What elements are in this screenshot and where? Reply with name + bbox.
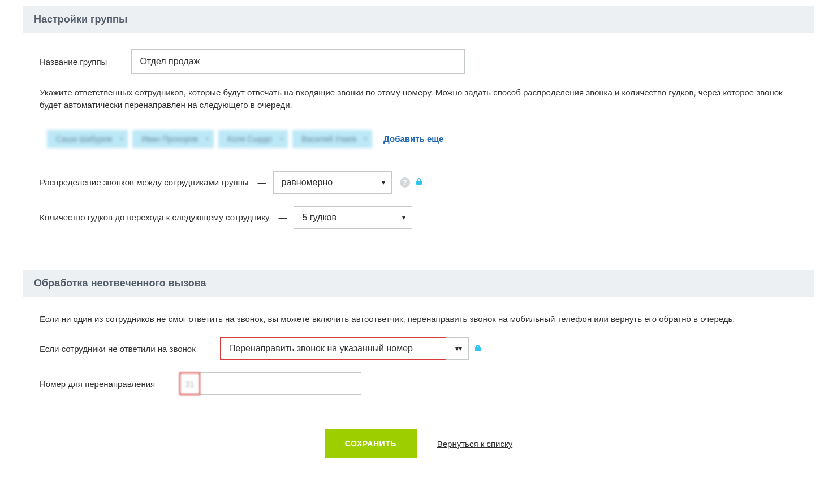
forward-number-input[interactable]: [200, 372, 361, 395]
section-header-missed-call: Обработка неотвеченного вызова: [23, 270, 814, 297]
group-description: Укажите ответственных сотрудников, котор…: [40, 86, 797, 111]
group-name-label: Название группы: [40, 57, 107, 67]
forward-number-label: Номер для перенаправления: [40, 379, 155, 389]
close-icon[interactable]: ×: [364, 135, 368, 143]
rings-select[interactable]: 5 гудков: [294, 206, 412, 229]
employee-tag[interactable]: Василий Узаев×: [292, 130, 372, 148]
distribution-label: Распределение звонков между сотрудниками…: [40, 177, 249, 187]
dash: —: [278, 212, 287, 222]
close-icon[interactable]: ×: [119, 135, 123, 143]
dash: —: [258, 177, 266, 187]
help-icon[interactable]: ?: [400, 177, 410, 188]
close-icon[interactable]: ×: [279, 135, 283, 143]
employee-tag-container[interactable]: Саша Шабуров× Иван Прохоров× Коля Сырдо×…: [40, 124, 797, 154]
add-more-link[interactable]: Добавить еще: [383, 134, 443, 144]
dash: —: [116, 57, 124, 67]
employee-tag[interactable]: Саша Шабуров×: [47, 130, 128, 148]
group-name-input[interactable]: [131, 49, 465, 74]
noanswer-select-wrap[interactable]: Перенаправить звонок на указанный номер …: [220, 337, 469, 360]
missed-call-description: Если ни один из сотрудников не смог отве…: [40, 313, 797, 325]
distribution-select[interactable]: равномерно: [273, 171, 392, 194]
back-to-list-link[interactable]: Вернуться к списку: [437, 439, 512, 449]
chevron-down-icon[interactable]: ▾: [446, 337, 469, 360]
close-icon[interactable]: ×: [205, 135, 209, 143]
forward-input-wrap: 31: [179, 372, 361, 395]
lock-icon[interactable]: [416, 177, 422, 187]
rings-select-wrap[interactable]: 5 гудков: [294, 206, 412, 229]
section-header-group-settings: Настройки группы: [23, 6, 814, 33]
lock-icon[interactable]: [474, 344, 481, 354]
distribution-select-wrap[interactable]: равномерно: [273, 171, 392, 194]
noanswer-select[interactable]: Перенаправить звонок на указанный номер: [220, 337, 446, 360]
noanswer-label: Если сотрудники не ответили на звонок: [40, 344, 196, 354]
employee-tag[interactable]: Коля Сырдо×: [218, 130, 288, 148]
rings-label: Количество гудков до перехода к следующе…: [40, 212, 269, 222]
dash: —: [205, 344, 213, 354]
employee-tag[interactable]: Иван Прохоров×: [132, 130, 214, 148]
dash: —: [164, 379, 172, 389]
forward-prefix: 31: [179, 372, 200, 395]
save-button[interactable]: СОХРАНИТЬ: [325, 429, 417, 458]
